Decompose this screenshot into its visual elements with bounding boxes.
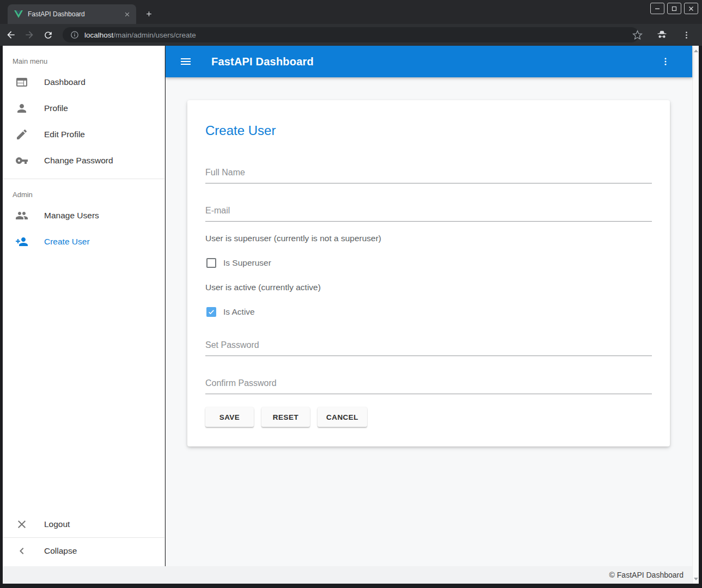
browser-tab[interactable]: FastAPI Dashboard [8, 4, 136, 24]
app-footer: © FastAPI Dashboard [3, 566, 692, 584]
hamburger-menu-icon[interactable] [179, 54, 193, 69]
active-help-text: User is active (currently active) [205, 283, 652, 292]
set-password-field-wrap [205, 338, 652, 356]
url-text: localhost/main/admin/users/create [84, 31, 196, 39]
sidebar-item-label: Change Password [44, 156, 113, 166]
main-area: FastAPI Dashboard Create User User is su… [166, 46, 692, 566]
incognito-icon [655, 28, 669, 42]
browser-titlebar: FastAPI Dashboard [0, 0, 702, 24]
appbar-kebab-menu-icon[interactable] [658, 54, 673, 69]
is-active-checkbox[interactable] [206, 307, 216, 317]
confirm-password-field-wrap [205, 376, 652, 394]
sidebar-section-admin: Admin [3, 179, 164, 203]
bookmark-star-icon[interactable] [630, 28, 644, 42]
sidebar-item-label: Manage Users [44, 211, 99, 220]
appbar: FastAPI Dashboard [166, 46, 692, 77]
set-password-input[interactable] [205, 338, 652, 356]
person-icon [15, 102, 28, 115]
sidebar: Main menu Dashboard Profile Edit Profile… [3, 46, 165, 566]
page-title: Create User [205, 123, 652, 138]
close-icon [15, 518, 28, 531]
is-active-row: Is Active [205, 305, 652, 318]
superuser-help-text: User is superuser (currently is not a su… [205, 234, 652, 243]
full-name-input[interactable] [205, 166, 652, 183]
window-minimize-button[interactable] [650, 3, 664, 14]
is-superuser-checkbox[interactable] [206, 258, 216, 268]
sidebar-item-label: Logout [44, 519, 70, 529]
save-button[interactable]: SAVE [205, 407, 254, 427]
sidebar-item-create-user[interactable]: Create User [3, 229, 164, 255]
sidebar-item-change-password[interactable]: Change Password [3, 148, 164, 174]
sidebar-item-edit-profile[interactable]: Edit Profile [3, 121, 164, 148]
reset-button[interactable]: RESET [261, 407, 310, 427]
email-input[interactable] [205, 204, 652, 222]
key-icon [15, 154, 28, 167]
window-maximize-button[interactable] [667, 3, 681, 14]
browser-menu-kebab-icon[interactable] [679, 28, 693, 42]
web-icon [15, 76, 28, 89]
create-user-card: Create User User is superuser (currently… [187, 100, 670, 446]
tab-close-icon[interactable] [122, 9, 132, 19]
form-actions: SAVE RESET CANCEL [205, 407, 652, 427]
forward-button-icon[interactable] [22, 27, 37, 42]
chevron-left-icon [15, 544, 28, 558]
pencil-icon [15, 128, 28, 141]
sidebar-section-main-menu: Main menu [3, 46, 164, 69]
back-button-icon[interactable] [3, 27, 19, 42]
appbar-title: FastAPI Dashboard [211, 56, 314, 68]
sidebar-item-profile[interactable]: Profile [3, 95, 164, 121]
sidebar-item-label: Collapse [44, 546, 77, 556]
email-field-wrap [205, 204, 652, 222]
sidebar-item-label: Dashboard [44, 77, 86, 87]
tab-title: FastAPI Dashboard [28, 10, 122, 18]
sidebar-item-label: Profile [44, 103, 68, 113]
confirm-password-input[interactable] [205, 376, 652, 394]
person-add-icon [15, 235, 28, 248]
address-bar[interactable]: localhost/main/admin/users/create [63, 27, 639, 42]
is-superuser-label[interactable]: Is Superuser [223, 258, 271, 268]
browser-toolbar: localhost/main/admin/users/create [0, 24, 702, 46]
scroll-up-arrow[interactable] [693, 47, 699, 54]
reload-button-icon[interactable] [40, 27, 56, 42]
sidebar-item-collapse[interactable]: Collapse [3, 538, 164, 564]
cancel-button[interactable]: CANCEL [318, 407, 367, 427]
full-name-field-wrap [205, 166, 652, 183]
scroll-down-arrow[interactable] [693, 575, 699, 583]
sidebar-item-manage-users[interactable]: Manage Users [3, 203, 164, 229]
page-scrollbar[interactable] [692, 46, 699, 584]
sidebar-item-dashboard[interactable]: Dashboard [3, 69, 164, 95]
vue-logo-icon [14, 10, 23, 18]
window-close-button[interactable] [684, 3, 698, 14]
window-controls [650, 3, 698, 14]
sidebar-item-label: Create User [44, 237, 90, 247]
sidebar-item-logout[interactable]: Logout [3, 511, 164, 537]
new-tab-button[interactable] [142, 7, 156, 21]
is-superuser-row: Is Superuser [205, 256, 652, 270]
is-active-label[interactable]: Is Active [223, 307, 255, 317]
copyright-text: © FastAPI Dashboard [609, 571, 683, 579]
sidebar-item-label: Edit Profile [44, 130, 85, 139]
people-icon [15, 209, 28, 222]
page-info-icon[interactable] [70, 30, 79, 39]
